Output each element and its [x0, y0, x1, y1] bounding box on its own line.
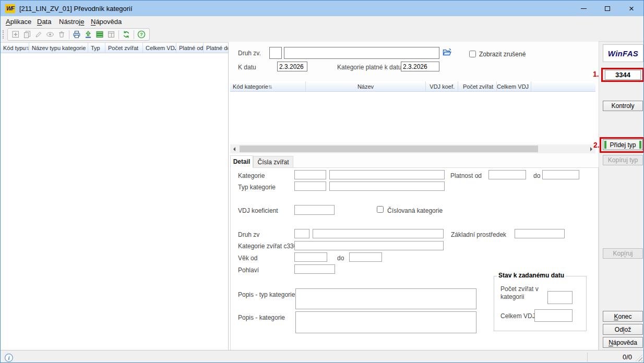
statusbar: [1, 350, 643, 362]
category-table-body: [230, 92, 595, 141]
kategorie-zvirat-label: Kategorie zvířat c3301: [238, 243, 301, 250]
column-header-celkem-vdj2[interactable]: Celkem VDJ: [497, 81, 531, 91]
vdj-koeficient-input[interactable]: [294, 205, 335, 215]
pridej-typ-button[interactable]: Přidej typ: [603, 139, 643, 150]
menu-nastroje[interactable]: Nástroje: [59, 18, 84, 26]
statusbar-separator: [587, 353, 588, 362]
popis-kategorie-textarea[interactable]: [295, 311, 476, 333]
winfas-logo: WinFAS: [603, 44, 643, 62]
scroll-right-icon: [590, 147, 592, 151]
column-header-platne-od[interactable]: Platné od: [176, 43, 204, 53]
druh-zv-code-input[interactable]: [269, 47, 282, 59]
kategorie-name-input[interactable]: [329, 170, 445, 179]
kategorie-platne-input[interactable]: [401, 62, 439, 71]
kopiruj-typ-button[interactable]: Kopíruj typ: [603, 155, 643, 165]
konec-button[interactable]: Konec: [603, 311, 643, 322]
titlebar: WF [211_LIN_ZV_01] Převodník kategorií ×: [1, 1, 643, 16]
celkem-vdj-stav-input[interactable]: [534, 309, 573, 322]
close-button[interactable]: ×: [619, 1, 643, 16]
svg-text:?: ?: [140, 31, 143, 37]
column-header-typ[interactable]: Typ: [88, 43, 105, 53]
platnost-do-input[interactable]: [542, 170, 579, 179]
typ-kategorie-name-input[interactable]: [329, 182, 445, 191]
typ-kategorie-code-input[interactable]: [294, 182, 326, 191]
cislovana-kategorie-label: Číslovaná kategorie: [387, 207, 443, 214]
column-header-filler: [531, 81, 595, 91]
open-folder-icon[interactable]: [442, 47, 452, 59]
horizontal-scrollbar: [230, 144, 595, 153]
annotation-step-2: 2.: [593, 141, 600, 149]
column-header-nazev-typu[interactable]: Název typu kategorie: [29, 43, 88, 53]
druh-zv-detail-name-input[interactable]: [313, 229, 444, 238]
column-header-vdj-koef[interactable]: VDJ koef.: [426, 81, 458, 91]
tab-detail[interactable]: Detail: [230, 155, 253, 168]
menubar: Aplikace Data Nástroje Nápověda: [1, 16, 643, 28]
minimize-icon: [581, 8, 587, 9]
preview-eye-icon[interactable]: [44, 29, 56, 40]
window-title: [211_LIN_ZV_01] Převodník kategorií: [19, 5, 133, 13]
scrollbar-thumb[interactable]: [240, 146, 538, 152]
menu-napoveda[interactable]: Nápověda: [91, 18, 122, 26]
column-header-kod-kategorie[interactable]: Kód kategorie⇅: [230, 81, 306, 91]
help-icon[interactable]: ?: [136, 29, 147, 40]
menu-aplikace[interactable]: Aplikace: [6, 18, 31, 26]
odloz-button[interactable]: Odlož: [603, 324, 643, 335]
stav-groupbox: [494, 276, 587, 331]
table-columns-icon[interactable]: [105, 29, 117, 40]
print-icon[interactable]: [71, 29, 82, 40]
maximize-button[interactable]: [595, 1, 619, 16]
winfas-app-icon: WF: [5, 4, 15, 13]
kontroly-button[interactable]: Kontroly: [603, 101, 643, 111]
celkem-vdj-stav-label: Celkem VDJ: [500, 312, 535, 320]
record-counter: 0/0: [611, 353, 632, 361]
kategorie-zvirat-input[interactable]: [294, 241, 444, 250]
column-header-pocet-zvirat[interactable]: Počet zvířat: [105, 43, 143, 53]
column-header-celkem-vdj[interactable]: Celkem VDJ: [143, 43, 176, 53]
column-header-pocet-zvirat2[interactable]: Počet zvířat: [458, 81, 497, 91]
toolbar-grip[interactable]: [3, 30, 4, 39]
refresh-icon[interactable]: [121, 29, 132, 40]
maximize-icon: [605, 6, 610, 11]
vdj-koeficient-label: VDJ koeficient: [238, 207, 278, 214]
pocet-zvirat-kategorii-input[interactable]: [547, 291, 573, 304]
copy-icon[interactable]: [21, 29, 33, 40]
kategorie-label: Kategorie: [238, 172, 265, 179]
annotation-step-1: 1.: [593, 70, 599, 78]
export-up-arrow-icon[interactable]: [82, 29, 94, 40]
pohlavi-input[interactable]: [294, 264, 335, 274]
popis-typ-textarea[interactable]: [295, 288, 476, 309]
edit-icon[interactable]: [33, 29, 44, 40]
cislovana-kategorie-checkbox[interactable]: [377, 206, 384, 213]
menu-data[interactable]: Data: [37, 18, 51, 26]
vek-do-input[interactable]: [349, 252, 382, 262]
list-rows-icon[interactable]: [94, 29, 105, 40]
platnost-od-input[interactable]: [488, 170, 526, 179]
category-table-header: Kód kategorie⇅ Název VDJ koef. Počet zví…: [230, 81, 595, 92]
app-window: WF [211_LIN_ZV_01] Převodník kategorií ×…: [0, 0, 644, 363]
k-datu-input[interactable]: [277, 62, 307, 71]
minimize-button[interactable]: [571, 1, 595, 16]
type-table: Kód typu⇅ Název typu kategorie Typ Počet…: [1, 42, 229, 351]
stav-groupbox-title: Stav k zadanému datu: [497, 272, 566, 279]
zobrazit-zrusene-checkbox[interactable]: [469, 51, 476, 57]
scroll-left-button[interactable]: [230, 144, 238, 153]
tab-cisla-zvirat[interactable]: Čísla zvířat: [253, 156, 293, 168]
delete-trash-icon[interactable]: [56, 29, 67, 40]
druh-zv-filter-label: Druh zv.: [238, 50, 261, 57]
platnost-od-label: Platnost od: [450, 172, 482, 179]
druh-zv-detail-code-input[interactable]: [294, 229, 309, 238]
column-header-platne-do[interactable]: Platné do: [204, 43, 228, 53]
kategorie-code-input[interactable]: [294, 170, 326, 179]
napoveda-button[interactable]: Nápověda: [603, 337, 643, 348]
druh-zv-name-input[interactable]: [284, 47, 439, 59]
column-header-kod-typu[interactable]: Kód typu⇅: [1, 43, 29, 53]
popis-kategorie-label: Popis - kategorie: [238, 314, 285, 321]
column-header-nazev[interactable]: Název: [306, 81, 426, 91]
task-number-field[interactable]: 3344: [605, 70, 641, 80]
vek-od-input[interactable]: [294, 252, 327, 262]
zakladni-prostredek-input[interactable]: [515, 229, 565, 238]
add-new-icon[interactable]: [10, 29, 21, 40]
kopiruj-button[interactable]: Kopíruj: [603, 248, 643, 259]
info-icon[interactable]: i: [4, 353, 14, 363]
zakladni-prostredek-label: Základní prostředek: [451, 231, 506, 238]
